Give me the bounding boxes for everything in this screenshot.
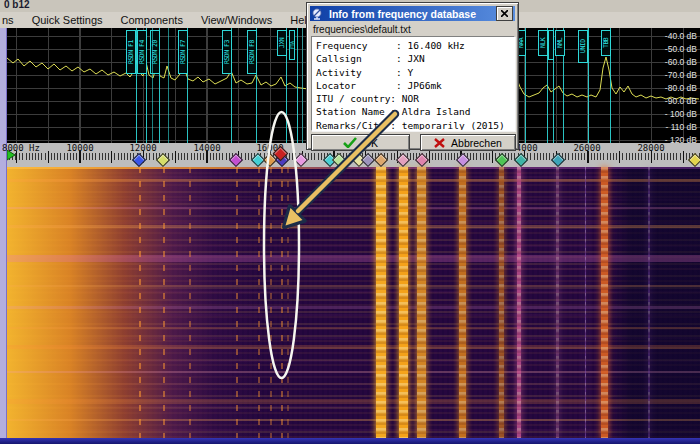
menu-item-ns[interactable]: ns xyxy=(0,14,23,26)
station-line xyxy=(302,28,303,143)
cancel-button-label: Abbrechen xyxy=(451,137,502,149)
waterfall-signal-stripe xyxy=(648,167,650,438)
frequency-marker[interactable] xyxy=(229,153,243,167)
frequency-marker[interactable] xyxy=(415,153,429,167)
waterfall-signal-stripe xyxy=(376,167,386,438)
close-icon xyxy=(501,10,508,17)
waterfall-signal-stripe xyxy=(399,167,408,438)
database-file-path: frequencies\default.txt xyxy=(313,24,411,35)
waterfall-dashed-line xyxy=(236,167,238,438)
frequency-marker[interactable] xyxy=(495,153,509,167)
station-label-RSDN F1[interactable]: RSDN F1 xyxy=(126,30,136,74)
ruler-number: 28000 xyxy=(637,143,664,153)
db-label: - 100 dB xyxy=(665,109,697,119)
station-label-blank[interactable] xyxy=(548,30,554,60)
waterfall-dashed-line xyxy=(258,167,260,438)
station-line xyxy=(297,28,298,143)
station-label-NML[interactable]: NML xyxy=(555,30,565,56)
waterfall-dashed-line xyxy=(163,167,165,438)
waterfall-dashed-line xyxy=(270,167,272,438)
dish-icon xyxy=(312,8,325,20)
check-icon xyxy=(343,137,357,148)
db-label: -80.0 dB xyxy=(665,83,697,93)
station-line xyxy=(168,28,169,143)
waterfall-band xyxy=(7,327,700,329)
ruler-number: 12000 xyxy=(129,143,156,153)
waterfall-band xyxy=(7,179,700,182)
station-label-FTA[interactable]: FTA xyxy=(289,30,295,60)
ok-button[interactable]: OK xyxy=(311,134,410,151)
frequency-marker[interactable] xyxy=(688,153,700,167)
waterfall-band xyxy=(7,306,700,309)
waterfall-signal-stripe xyxy=(417,167,426,438)
frequency-info-dialog: Info from frequency database frequencies… xyxy=(306,2,519,150)
frequency-marker[interactable] xyxy=(551,153,565,167)
waterfall-band xyxy=(7,285,700,287)
waterfall-band xyxy=(7,255,700,262)
frequency-marker[interactable] xyxy=(396,153,410,167)
waterfall-band xyxy=(7,345,700,349)
db-label: -50.0 dB xyxy=(665,44,697,54)
menu-item-quick-settings[interactable]: Quick Settings xyxy=(23,14,112,26)
frequency-marker[interactable] xyxy=(294,153,308,167)
info-line: ITU / country: NOR xyxy=(316,92,510,105)
frequency-marker[interactable] xyxy=(514,153,528,167)
station-label-UNID[interactable]: UNID xyxy=(578,30,588,63)
spectrum-lab-window: { "window": { "title": "0 b12" }, "menu"… xyxy=(0,0,700,444)
station-label-JXN[interactable]: JXN xyxy=(277,30,287,56)
station-label-TBB[interactable]: TBB xyxy=(601,30,611,56)
window-bottom-border xyxy=(0,438,700,444)
waterfall-signal-stripe xyxy=(585,167,586,438)
dialog-title-bar[interactable]: Info from frequency database xyxy=(310,6,515,21)
station-label-RSDN F7[interactable]: RSDN F7 xyxy=(178,30,188,74)
frequency-marker[interactable] xyxy=(132,153,146,167)
station-info-text: Frequency : 16.400 kHzCallsign : JXNActi… xyxy=(311,36,515,131)
station-label-RSDN F3[interactable]: RSDN F3 xyxy=(222,30,232,74)
info-line: Station Name : Aldra Island xyxy=(316,105,510,118)
cancel-button[interactable]: Abbrechen xyxy=(420,134,516,151)
waterfall-signal-stripe xyxy=(517,167,521,438)
waterfall-dashed-line xyxy=(139,167,141,438)
waterfall-dashed-line xyxy=(287,167,289,438)
waterfall-band xyxy=(7,419,700,421)
dialog-close-button[interactable] xyxy=(496,6,513,21)
x-icon xyxy=(434,138,445,148)
frequency-marker[interactable] xyxy=(156,153,170,167)
menu-item-view-windows[interactable]: View/Windows xyxy=(192,14,281,26)
window-title: 0 b12 xyxy=(4,0,30,10)
waterfall-band xyxy=(7,225,700,228)
ruler-start-arrow-icon xyxy=(7,150,16,161)
window-left-border xyxy=(0,28,7,438)
info-line: Callsign : JXN xyxy=(316,52,510,65)
ruler-number: 26000 xyxy=(573,143,600,153)
ruler-number: 10000 xyxy=(66,143,93,153)
db-label: -60.0 dB xyxy=(665,57,697,67)
db-label: -40.0 dB xyxy=(665,31,697,41)
waterfall-display[interactable] xyxy=(7,167,700,438)
menu-item-components[interactable]: Components xyxy=(112,14,192,26)
db-label: -70.0 dB xyxy=(665,70,697,80)
waterfall-signal-stripe xyxy=(601,167,608,438)
station-label-RSDN F8[interactable]: RSDN F8 xyxy=(247,30,257,74)
ok-button-label: OK xyxy=(363,137,378,149)
waterfall-dashed-line xyxy=(281,167,283,438)
station-label-NLK[interactable]: NLK xyxy=(538,30,548,56)
waterfall-signal-stripe xyxy=(459,167,466,438)
dialog-title: Info from frequency database xyxy=(329,8,496,20)
waterfall-band xyxy=(7,399,700,404)
frequency-marker[interactable] xyxy=(332,153,346,167)
station-line xyxy=(588,28,589,143)
ruler-number: 14000 xyxy=(193,143,220,153)
waterfall-signal-stripe xyxy=(556,167,559,438)
frequency-marker[interactable] xyxy=(456,153,470,167)
info-line: Activity : Y xyxy=(316,66,510,79)
menu-items: nsQuick SettingsComponentsView/WindowsHe… xyxy=(0,14,322,26)
db-label: - 110 dB xyxy=(665,122,697,132)
waterfall-band xyxy=(7,371,700,373)
db-label: -90.0 dB xyxy=(665,96,697,106)
station-label-RSDN F4[interactable]: RSDN F4 xyxy=(137,30,147,74)
waterfall-signal-stripe xyxy=(499,167,504,438)
frequency-marker[interactable] xyxy=(374,153,388,167)
waterfall-dashed-line xyxy=(189,167,191,438)
waterfall-band xyxy=(7,207,700,209)
